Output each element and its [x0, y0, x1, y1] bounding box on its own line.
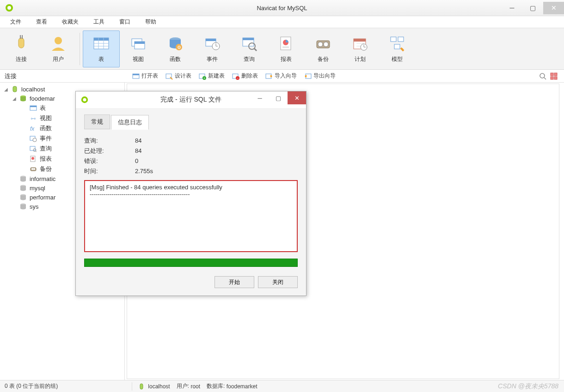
toolbar-label: 计划 — [355, 55, 366, 63]
database-icon — [19, 193, 27, 201]
tree-label: foodemar — [30, 95, 55, 102]
database-icon — [19, 175, 27, 182]
svg-point-5 — [55, 37, 62, 44]
sub-toolbar: 打开表 设计表 +新建表 −删除表 导入向导 导出向导 — [125, 70, 564, 82]
backup-icon — [314, 34, 332, 53]
event-icon — [30, 135, 37, 142]
toolbar-label: 连接 — [16, 55, 27, 63]
table-button[interactable]: 表 — [83, 30, 120, 67]
design-table-button[interactable]: 设计表 — [163, 71, 194, 81]
svg-text:⧟: ⧟ — [31, 115, 36, 121]
start-button[interactable]: 开始 — [215, 276, 254, 288]
export-wizard-icon — [304, 72, 312, 80]
dialog-window-controls: ─ ▢ ✕ — [251, 91, 306, 104]
new-table-icon: + — [199, 72, 206, 80]
tree-label: 报表 — [40, 155, 52, 163]
menu-help[interactable]: 帮助 — [139, 16, 163, 28]
svg-rect-58 — [554, 73, 557, 76]
maximize-button[interactable]: ▢ — [522, 2, 543, 14]
view-button[interactable]: 视图 — [120, 30, 157, 67]
delete-table-icon: − — [232, 72, 239, 80]
user-button[interactable]: 用户 — [40, 30, 77, 67]
menu-window[interactable]: 窗口 — [113, 16, 137, 28]
menu-favorites[interactable]: 收藏夹 — [55, 16, 85, 28]
import-wizard-icon — [265, 72, 273, 80]
delete-table-button[interactable]: −删除表 — [229, 71, 261, 81]
backup-icon — [30, 165, 37, 173]
function-button[interactable]: ⚙ 函数 — [157, 30, 194, 67]
tree-label: mysql — [30, 185, 45, 192]
svg-text:+: + — [203, 77, 205, 80]
watermark: CSDN @夜未央5788 — [498, 382, 558, 391]
status-connection: localhost — [148, 383, 170, 390]
svg-rect-24 — [243, 38, 254, 40]
dialog-minimize-button[interactable]: ─ — [251, 91, 269, 104]
tree-label: 表 — [40, 104, 46, 112]
open-table-button[interactable]: 打开表 — [129, 71, 161, 81]
sub-label: 新建表 — [208, 72, 225, 80]
plug-icon — [12, 34, 31, 53]
function-icon: fx — [30, 125, 37, 132]
grid-view-icon[interactable] — [550, 72, 558, 80]
tree-label: sys — [30, 203, 39, 210]
dialog-title-bar[interactable]: 完成 - 运行 SQL 文件 ─ ▢ ✕ — [76, 91, 306, 108]
tab-general[interactable]: 常规 — [84, 115, 110, 129]
close-button[interactable]: ✕ — [543, 2, 564, 14]
svg-line-56 — [544, 78, 546, 79]
sidebar-header: 连接 — [0, 70, 125, 82]
open-table-icon — [132, 72, 140, 80]
dialog-app-icon — [80, 96, 89, 104]
schedule-button[interactable]: 计划 — [342, 30, 379, 67]
svg-rect-40 — [391, 37, 396, 42]
connection-button[interactable]: 连接 — [3, 30, 40, 67]
svg-text:⚙: ⚙ — [177, 45, 181, 50]
menu-tools[interactable]: 工具 — [87, 16, 111, 28]
table-icon — [92, 34, 110, 53]
log-message: [Msg] Finished - 84 queries executed suc… — [90, 184, 292, 191]
user-icon — [49, 34, 67, 53]
svg-rect-41 — [398, 37, 404, 42]
status-separator — [132, 382, 132, 391]
toolbar-label: 模型 — [392, 55, 403, 63]
model-button[interactable]: 模型 — [379, 30, 416, 67]
info-val: 84 — [135, 146, 141, 156]
search-icon[interactable] — [539, 72, 546, 80]
model-icon — [388, 34, 406, 53]
svg-line-26 — [254, 48, 257, 51]
status-db-label: 数据库: — [207, 382, 225, 390]
window-controls: ─ ▢ ✕ — [502, 2, 564, 14]
schedule-icon — [351, 34, 369, 53]
menu-file[interactable]: 文件 — [4, 16, 28, 28]
log-box[interactable]: [Msg] Finished - 84 queries executed suc… — [84, 180, 298, 252]
event-button[interactable]: 事件 — [194, 30, 231, 67]
export-wizard-button[interactable]: 导出向导 — [301, 71, 338, 81]
query-button[interactable]: 查询 — [231, 30, 268, 67]
import-wizard-button[interactable]: 导入向导 — [263, 71, 300, 81]
sub-label: 导入向导 — [275, 72, 297, 80]
menu-view[interactable]: 查看 — [30, 16, 54, 28]
dialog-maximize-button[interactable]: ▢ — [269, 91, 288, 104]
event-icon — [203, 34, 221, 53]
tab-log[interactable]: 信息日志 — [111, 115, 149, 130]
new-table-button[interactable]: +新建表 — [196, 71, 227, 81]
dialog-close-button[interactable]: ✕ — [288, 91, 306, 104]
status-bar: 0 表 (0 位于当前的组) localhost 用户: root 数据库: f… — [0, 380, 564, 392]
dialog-info: 查询:84 已处理:84 错误:0 时间:2.755s — [84, 136, 298, 176]
svg-rect-81 — [140, 384, 143, 389]
svg-rect-7 — [94, 38, 109, 41]
report-button[interactable]: 报表 — [268, 30, 305, 67]
status-db: foodemarket — [227, 383, 257, 390]
close-dialog-button[interactable]: 关闭 — [258, 276, 298, 288]
toolbar-label: 查询 — [244, 55, 255, 63]
caret-down-icon: ◢ — [12, 96, 17, 101]
backup-button[interactable]: 备份 — [305, 30, 342, 67]
minimize-button[interactable]: ─ — [502, 2, 522, 14]
svg-rect-19 — [206, 39, 216, 41]
app-icon — [5, 3, 14, 12]
svg-text:−: − — [237, 77, 239, 80]
toolbar-label: 函数 — [170, 55, 181, 63]
report-icon — [30, 155, 37, 163]
tree-label: 备份 — [40, 165, 52, 173]
table-icon — [30, 104, 37, 112]
dialog-tabs: 常规 信息日志 — [84, 115, 298, 129]
